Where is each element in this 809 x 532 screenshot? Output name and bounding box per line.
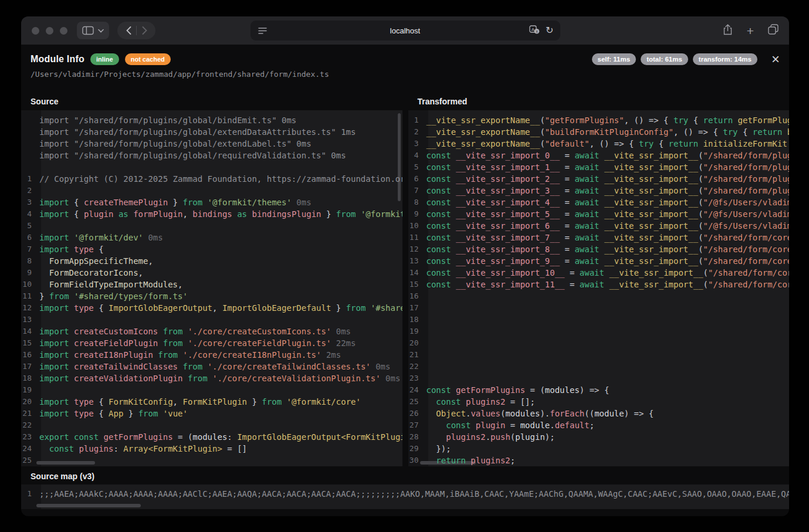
line-number: 14 [408, 267, 424, 279]
translate-icon[interactable]: A x [529, 25, 540, 36]
transformed-panel-title: Transformed [408, 93, 790, 110]
code-line: import "/shared/form/plugins/global/exte… [21, 138, 402, 150]
code-line: 6import '@formkit/dev' 0ms [21, 232, 402, 243]
line-number [21, 114, 36, 126]
zoom-window-button[interactable] [60, 27, 67, 35]
line-number: 8 [408, 196, 424, 208]
code-line: 1;;;AAEA;AAAkC;AAAA;AAAA;AAAA;AAClC;AAEA… [21, 488, 789, 500]
share-icon[interactable] [723, 24, 733, 38]
line-number: 25 [21, 455, 36, 466]
source-code-area[interactable]: import "/shared/form/plugins/global/bind… [21, 110, 402, 466]
source-panel-title: Source [21, 93, 402, 110]
self-time-badge: self: 11ms [592, 53, 637, 65]
line-number [21, 161, 36, 173]
line-number: 6 [408, 173, 424, 185]
code-line: 20import type { FormKitConfig, FormKitPl… [21, 396, 402, 408]
line-number: 7 [408, 185, 424, 196]
code-panels: Source import "/shared/form/plugins/glob… [21, 93, 789, 466]
tab-overview-icon[interactable] [768, 24, 778, 37]
code-line: 6const __vite_ssr_import_2__ = await __v… [408, 173, 790, 185]
line-number: 15 [408, 279, 424, 290]
code-line: 15import createFieldPlugin from './core/… [21, 337, 402, 349]
line-number: 1 [408, 114, 424, 126]
code-line: 14const __vite_ssr_import_10__ = await _… [408, 267, 790, 279]
line-number: 19 [21, 384, 36, 396]
code-line: 29 }); [408, 443, 790, 455]
code-line: 4const __vite_ssr_import_0__ = await __v… [408, 150, 790, 161]
code-line: 20 [408, 337, 790, 349]
sourcemap-horizontal-scrollbar[interactable] [36, 504, 141, 507]
reader-icon[interactable] [258, 27, 267, 35]
forward-button[interactable] [137, 23, 152, 38]
minimize-window-button[interactable] [46, 27, 53, 35]
code-line: 4import { plugin as formPlugin, bindings… [21, 208, 402, 220]
code-line: 8const __vite_ssr_import_4__ = await __v… [408, 196, 790, 208]
code-line: 10const __vite_ssr_import_6__ = await __… [408, 220, 790, 232]
line-number: 24 [21, 443, 36, 455]
address-bar[interactable]: localhost A x ↻ [251, 21, 560, 40]
code-line: 22 [408, 361, 790, 372]
module-info-header: Module Info inline not cached self: 11ms… [21, 45, 789, 79]
line-number: 14 [21, 326, 36, 337]
code-line: 13const __vite_ssr_import_9__ = await __… [408, 255, 790, 267]
code-line: 16 [408, 290, 790, 302]
line-number: 11 [21, 290, 36, 302]
sourcemap-code-area[interactable]: 1;;;AAEA;AAAkC;AAAA;AAAA;AAAA;AAClC;AAEA… [21, 484, 789, 509]
line-number: 16 [21, 349, 36, 361]
line-number: 20 [21, 396, 36, 408]
new-tab-icon[interactable]: + [747, 25, 754, 37]
transform-time-badge: transform: 14ms [693, 53, 757, 65]
close-icon[interactable]: × [771, 55, 780, 64]
sourcemap-title: Source map (v3) [21, 468, 789, 484]
code-line: 7import type { [21, 243, 402, 255]
code-line: 1// Copyright (C) 2012-2025 Zammad Found… [21, 173, 402, 185]
code-line: 18import createValidationPlugin from './… [21, 372, 402, 384]
code-line: 25 const plugins2 = []; [408, 396, 790, 408]
line-number: 13 [21, 314, 36, 326]
code-line: 2__vite_ssr_exportName__("buildFormKitPl… [408, 126, 790, 138]
code-line: 15const __vite_ssr_import_11__ = await _… [408, 279, 790, 290]
line-number: 22 [21, 419, 36, 431]
sidebar-toggle-button[interactable] [77, 22, 109, 39]
code-line: import "/shared/form/plugins/global/bind… [21, 114, 402, 126]
code-line: 24const getFormPlugins = (modules) => { [408, 384, 790, 396]
line-number: 2 [408, 126, 424, 138]
code-line: 23export const getFormPlugins = (modules… [21, 431, 402, 443]
transformed-panel: Transformed 1__vite_ssr_exportName__("ge… [408, 93, 790, 466]
browser-toolbar: localhost A x ↻ [21, 16, 789, 45]
transformed-code-area[interactable]: 1__vite_ssr_exportName__("getFormPlugins… [408, 110, 790, 466]
close-window-button[interactable] [32, 27, 39, 35]
code-line: 16import createI18nPlugin from './core/c… [21, 349, 402, 361]
line-number [21, 126, 36, 138]
code-line: import "/shared/form/plugins/global/exte… [21, 126, 402, 138]
code-line: 26 Object.values(modules).forEach((modul… [408, 408, 790, 419]
line-number: 10 [21, 279, 36, 290]
line-number: 12 [21, 302, 36, 314]
line-number: 20 [408, 337, 424, 349]
line-number: 6 [21, 232, 36, 243]
line-number: 3 [21, 196, 36, 208]
code-line: 30 return plugins2; [408, 455, 790, 466]
code-line: 5const __vite_ssr_import_1__ = await __v… [408, 161, 790, 173]
line-number: 29 [408, 443, 424, 455]
code-line: 19 [408, 326, 790, 337]
back-button[interactable] [121, 23, 136, 38]
line-number: 15 [21, 337, 36, 349]
line-number: 8 [21, 255, 36, 267]
line-number: 11 [408, 232, 424, 243]
module-file-path: /Users/vladimir/Projects/zammad/app/fron… [31, 70, 780, 79]
line-number: 12 [408, 243, 424, 255]
code-line: 1__vite_ssr_exportName__("getFormPlugins… [408, 114, 790, 126]
code-line: 18 [408, 314, 790, 326]
code-line: 21 [408, 349, 790, 361]
line-number [21, 150, 36, 161]
code-line: 8 FormAppSpecificTheme, [21, 255, 402, 267]
code-line: 28 plugins2.push(plugin); [408, 431, 790, 443]
reload-icon[interactable]: ↻ [546, 26, 553, 35]
code-line: 22 [21, 419, 402, 431]
line-number: 13 [408, 255, 424, 267]
line-number: 1 [21, 488, 36, 500]
code-line: 19 [21, 384, 402, 396]
sidebar-icon [82, 26, 94, 35]
line-number: 4 [408, 150, 424, 161]
